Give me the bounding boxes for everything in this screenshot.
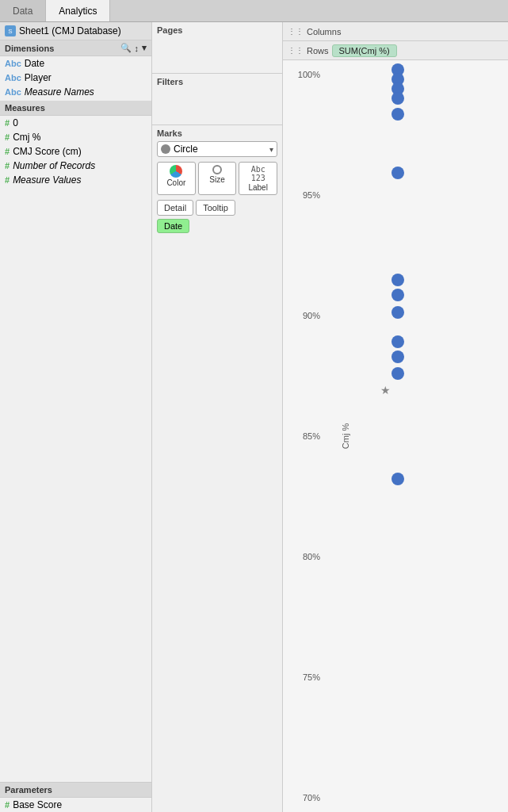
- columns-label: Columns: [307, 27, 341, 36]
- rows-icon: ⋮⋮: [288, 46, 304, 55]
- more-icon[interactable]: ▾: [142, 43, 147, 53]
- star-marker: ★: [380, 384, 391, 396]
- chart-area: ⋮⋮ Columns ⋮⋮ Rows SUM(Cmj %) 100% 95% 9…: [283, 22, 508, 812]
- search-icon[interactable]: 🔍: [120, 43, 132, 53]
- dimensions-icons: 🔍 ↕ ▾: [120, 43, 147, 53]
- dimension-measure-names[interactable]: Abc Measure Names: [0, 85, 151, 99]
- measure-0-label: 0: [13, 117, 18, 128]
- dimensions-label: Dimensions: [5, 44, 54, 53]
- dot-10: [392, 335, 404, 348]
- marks-size-button[interactable]: Size: [198, 162, 237, 195]
- parameter-base-score[interactable]: # Base Score: [0, 798, 151, 812]
- tab-bar: Data Analytics: [0, 0, 508, 22]
- marks-detail-label: Detail: [164, 203, 186, 213]
- tab-analytics-label: Analytics: [59, 6, 97, 17]
- measure-num-records[interactable]: # Number of Records: [0, 159, 151, 173]
- rows-shelf: ⋮⋮ Rows SUM(Cmj %): [283, 41, 508, 60]
- tab-analytics[interactable]: Analytics: [46, 0, 110, 21]
- pages-title: Pages: [157, 25, 277, 35]
- chart-plot: Cmj % ★: [327, 60, 508, 812]
- marks-size-label: Size: [209, 175, 224, 184]
- y-tick-75: 75%: [303, 672, 323, 682]
- marks-color-label: Color: [166, 178, 185, 187]
- tab-data[interactable]: Data: [0, 0, 46, 21]
- main-layout: S Sheet1 (CMJ Database) Dimensions 🔍 ↕ ▾…: [0, 22, 508, 812]
- columns-shelf: ⋮⋮ Columns: [283, 22, 508, 41]
- parameter-base-score-label: Base Score: [13, 799, 62, 810]
- marks-dropdown-arrow: ▾: [269, 145, 273, 154]
- dimensions-section-header: Dimensions 🔍 ↕ ▾: [0, 40, 151, 56]
- marks-circle-icon: [161, 144, 170, 154]
- parameters-label: Parameters: [5, 785, 52, 795]
- y-tick-95: 95%: [303, 190, 323, 200]
- y-tick-80: 80%: [303, 552, 323, 561]
- measure-measure-values-label: Measure Values: [13, 174, 81, 186]
- marks-row2: Detail Tooltip: [157, 200, 277, 216]
- measure-measure-values-icon: #: [5, 175, 10, 185]
- pages-section: Pages: [152, 22, 282, 74]
- marks-type-label: Circle: [174, 144, 198, 155]
- measure-cmj-pct[interactable]: # Cmj %: [0, 130, 151, 144]
- measure-cmj-score[interactable]: # CMJ Score (cm): [0, 144, 151, 159]
- measure-cmj-pct-label: Cmj %: [13, 132, 40, 143]
- dot-6: [392, 167, 404, 179]
- sheet-header: S Sheet1 (CMJ Database): [0, 22, 151, 40]
- rows-label: Rows: [307, 46, 329, 56]
- dot-9: [392, 306, 404, 319]
- dimension-measure-names-label: Measure Names: [25, 86, 94, 98]
- marks-label-label: Label: [248, 183, 267, 192]
- filters-content: [157, 90, 277, 121]
- measure-0[interactable]: # 0: [0, 116, 151, 130]
- chart-content: 100% 95% 90% 85% 80% 75% 70% Cmj % ★: [283, 60, 508, 812]
- parameters-section: Parameters # Base Score: [0, 782, 151, 812]
- dot-11: [392, 350, 404, 363]
- label-icon: Abc123: [251, 165, 265, 182]
- date-icon: Abc: [5, 59, 21, 68]
- dimension-date[interactable]: Abc Date: [0, 56, 151, 71]
- dot-4: [392, 92, 404, 105]
- marks-detail-button[interactable]: Detail: [157, 200, 193, 216]
- measure-num-records-label: Number of Records: [13, 160, 95, 171]
- parameter-base-score-icon: #: [5, 800, 10, 810]
- measures-label: Measures: [5, 103, 45, 113]
- tab-data-label: Data: [13, 6, 32, 17]
- dimension-date-label: Date: [25, 58, 44, 69]
- measure-cmj-score-icon: #: [5, 147, 10, 156]
- color-icon: [170, 165, 182, 178]
- measure-cmj-score-label: CMJ Score (cm): [13, 146, 82, 157]
- pages-content: [157, 38, 277, 70]
- measure-names-icon: Abc: [5, 87, 21, 97]
- marks-tooltip-label: Tooltip: [203, 203, 228, 213]
- sort-icon[interactable]: ↕: [135, 44, 139, 53]
- filters-title: Filters: [157, 77, 277, 86]
- measure-measure-values[interactable]: # Measure Values: [0, 173, 151, 187]
- measure-cmj-pct-icon: #: [5, 132, 10, 142]
- sheet-name: Sheet1 (CMJ Database): [19, 25, 121, 36]
- measures-section: Measures # 0 # Cmj % # CMJ Score (cm) # …: [0, 101, 151, 187]
- center-panel: Pages Filters Marks Circle ▾ Color: [152, 22, 283, 812]
- size-icon: [212, 165, 222, 174]
- y-axis: 100% 95% 90% 85% 80% 75% 70%: [283, 60, 327, 812]
- y-tick-85: 85%: [303, 431, 323, 441]
- marks-title: Marks: [157, 128, 277, 138]
- marks-date-pill[interactable]: Date: [157, 216, 277, 233]
- marks-buttons: Color Size Abc123 Label: [157, 162, 277, 195]
- y-tick-70: 70%: [303, 793, 323, 802]
- rows-pill[interactable]: SUM(Cmj %): [332, 44, 397, 57]
- parameters-section-header: Parameters: [0, 783, 151, 798]
- dimension-player[interactable]: Abc Player: [0, 71, 151, 85]
- y-axis-title: Cmj %: [341, 423, 350, 449]
- columns-icon: ⋮⋮: [288, 27, 304, 36]
- y-tick-90: 90%: [303, 311, 323, 320]
- measure-num-records-icon: #: [5, 161, 10, 170]
- left-panel: S Sheet1 (CMJ Database) Dimensions 🔍 ↕ ▾…: [0, 22, 152, 812]
- marks-color-button[interactable]: Color: [157, 162, 196, 195]
- dot-7: [392, 274, 404, 286]
- marks-tooltip-button[interactable]: Tooltip: [196, 200, 235, 216]
- filters-section: Filters: [152, 74, 282, 125]
- marks-date-label: Date: [157, 219, 189, 233]
- measures-section-header: Measures: [0, 101, 151, 116]
- marks-label-button[interactable]: Abc123 Label: [239, 162, 277, 195]
- player-icon: Abc: [5, 73, 21, 82]
- marks-type-dropdown[interactable]: Circle ▾: [157, 141, 277, 157]
